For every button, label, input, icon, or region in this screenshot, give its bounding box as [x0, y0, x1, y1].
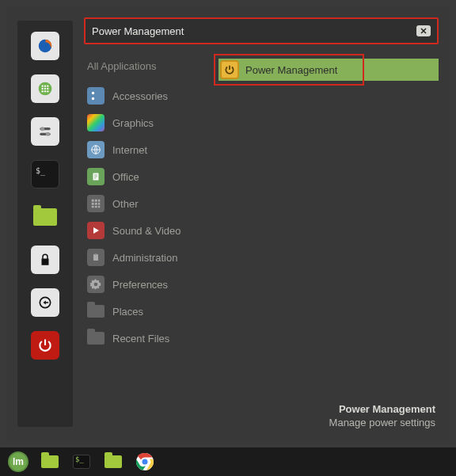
menu-main: All Applications Accessories Graphics In… — [73, 6, 450, 441]
category-label: Sound & Video — [112, 225, 181, 237]
category-label: Accessories — [112, 90, 168, 102]
backspace-x-icon — [420, 27, 428, 35]
favorites-sidebar: $_ — [17, 21, 73, 427]
show-desktop-button[interactable] — [36, 451, 63, 473]
document-icon — [91, 171, 101, 182]
category-places[interactable]: Places — [84, 299, 211, 324]
power-icon — [37, 337, 53, 353]
start-menu: $_ All Applications Acces — [6, 6, 450, 441]
tooltip-description: Manage power settings — [84, 416, 435, 430]
gear-icon — [90, 279, 101, 290]
globe-icon — [90, 144, 101, 155]
result-highlight-box: Power Management — [214, 54, 364, 86]
firefox-icon — [36, 37, 54, 55]
svg-rect-28 — [98, 206, 100, 208]
taskbar-terminal[interactable]: $_ — [68, 451, 95, 473]
result-label: Power Management — [245, 64, 337, 76]
svg-point-9 — [44, 90, 46, 92]
svg-rect-25 — [98, 203, 100, 205]
category-label: Graphics — [112, 117, 154, 129]
lock-icon — [38, 253, 52, 267]
taskbar: lm $_ — [0, 447, 456, 476]
folder-icon — [33, 208, 57, 226]
menu-button[interactable]: lm — [5, 451, 32, 473]
category-other[interactable]: Other — [84, 191, 211, 216]
category-graphics[interactable]: Graphics — [84, 110, 211, 135]
folder-icon — [87, 305, 104, 318]
taskbar-files[interactable] — [100, 451, 127, 473]
result-tooltip: Power Management Manage power settings — [84, 402, 439, 433]
categories-list: All Applications Accessories Graphics In… — [84, 55, 211, 351]
clear-search-button[interactable] — [416, 25, 431, 36]
play-icon — [91, 226, 101, 235]
category-internet[interactable]: Internet — [84, 137, 211, 162]
search-results: Power Management — [211, 55, 439, 84]
svg-rect-20 — [92, 200, 94, 202]
svg-rect-27 — [95, 206, 97, 208]
favorite-logout[interactable] — [31, 288, 59, 317]
svg-point-10 — [47, 90, 48, 92]
svg-rect-18 — [94, 177, 97, 177]
category-label: Administration — [112, 252, 177, 264]
svg-point-5 — [42, 88, 44, 89]
grid-icon — [90, 198, 101, 209]
category-label: Preferences — [112, 279, 168, 291]
tooltip-title: Power Management — [84, 402, 435, 417]
category-recent-files[interactable]: Recent Files — [84, 326, 211, 351]
svg-rect-17 — [94, 175, 97, 176]
scissors-icon — [90, 90, 101, 101]
svg-point-14 — [46, 132, 50, 136]
logout-icon — [37, 295, 53, 310]
category-office[interactable]: Office — [84, 164, 211, 189]
svg-point-2 — [42, 86, 44, 87]
svg-point-8 — [42, 90, 44, 92]
svg-rect-21 — [95, 200, 97, 202]
svg-rect-19 — [94, 178, 97, 179]
svg-rect-30 — [95, 253, 97, 255]
category-label: Recent Files — [112, 333, 169, 345]
favorite-firefox[interactable] — [31, 32, 59, 60]
favorite-terminal[interactable]: $_ — [31, 160, 59, 188]
folder-icon — [104, 455, 122, 468]
result-power-management[interactable]: Power Management — [218, 55, 439, 84]
svg-rect-26 — [92, 206, 94, 208]
svg-point-7 — [47, 88, 48, 89]
category-label: Places — [112, 306, 143, 318]
terminal-icon: $_ — [73, 455, 90, 469]
category-label: Office — [112, 171, 139, 183]
taskbar-chrome[interactable] — [131, 451, 158, 473]
folder-icon — [87, 332, 104, 345]
favorite-apps-grid[interactable] — [31, 74, 59, 103]
category-administration[interactable]: Administration — [84, 245, 211, 270]
search-input[interactable] — [92, 25, 416, 37]
apps-grid-icon — [37, 81, 53, 97]
folder-icon — [41, 455, 59, 468]
power-management-icon — [220, 60, 239, 79]
svg-point-6 — [44, 88, 46, 89]
search-field-highlight — [84, 17, 439, 44]
svg-rect-29 — [93, 254, 98, 261]
categories-header[interactable]: All Applications — [84, 55, 211, 82]
svg-point-12 — [40, 127, 44, 131]
svg-point-4 — [47, 86, 48, 87]
category-label: Other — [112, 198, 139, 210]
svg-rect-22 — [98, 200, 100, 202]
category-accessories[interactable]: Accessories — [84, 83, 211, 109]
category-preferences[interactable]: Preferences — [84, 272, 211, 297]
terminal-icon: $_ — [36, 167, 45, 175]
svg-point-3 — [44, 86, 46, 87]
favorite-file-manager[interactable] — [31, 203, 59, 231]
chrome-icon — [135, 452, 154, 471]
category-label: Internet — [112, 144, 147, 156]
svg-rect-24 — [95, 203, 97, 205]
toggles-icon — [37, 124, 53, 139]
clipboard-icon — [91, 252, 101, 263]
mint-logo-icon: lm — [8, 451, 28, 472]
favorite-power[interactable] — [31, 331, 59, 360]
favorite-lock[interactable] — [31, 246, 59, 274]
category-sound-video[interactable]: Sound & Video — [84, 218, 211, 243]
favorite-system-settings[interactable] — [31, 117, 59, 146]
svg-rect-23 — [92, 203, 94, 205]
